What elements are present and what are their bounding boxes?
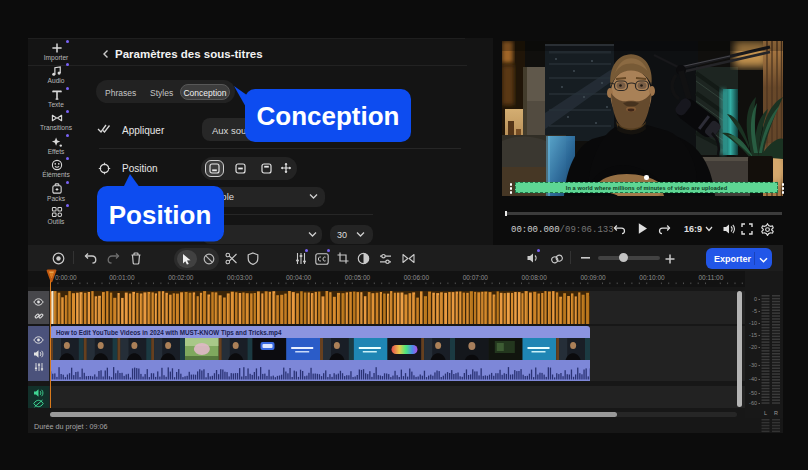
svg-text:Position: Position bbox=[109, 200, 212, 230]
svg-text:L: L bbox=[764, 410, 767, 416]
svg-text:-30: -30 bbox=[749, 362, 757, 368]
svg-text:-5: -5 bbox=[752, 308, 757, 314]
svg-text:-60: -60 bbox=[749, 400, 757, 406]
svg-text:-10: -10 bbox=[749, 320, 757, 326]
svg-text:Conception: Conception bbox=[257, 101, 400, 131]
svg-text:-15: -15 bbox=[749, 332, 757, 338]
svg-text:R: R bbox=[774, 410, 778, 416]
svg-text:0: 0 bbox=[754, 296, 757, 302]
svg-text:-50: -50 bbox=[749, 390, 757, 396]
svg-text:-20: -20 bbox=[749, 344, 757, 350]
svg-text:-40: -40 bbox=[749, 376, 757, 382]
